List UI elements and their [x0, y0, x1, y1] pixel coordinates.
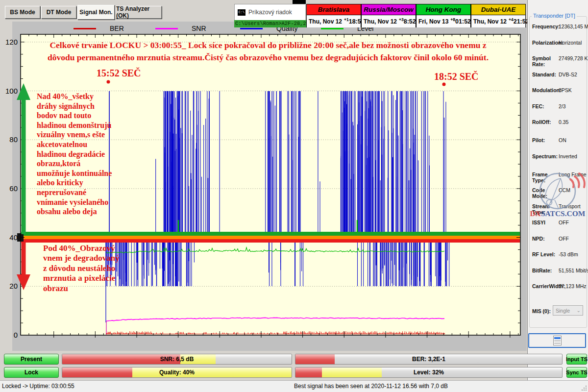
input-ts-indicator[interactable]: Input TS	[566, 354, 587, 365]
transponder-value: Transport	[559, 203, 581, 215]
transponder-row-fec: FEC:2/3	[532, 103, 586, 109]
clock-utc-offset: +8	[450, 17, 455, 22]
clock-date: Thu, Nov 12	[309, 18, 342, 25]
transponder-label: Polarization:	[532, 40, 558, 46]
clock-city: Hong Kong	[416, 4, 470, 15]
console-title-bar[interactable]: C:\ Príkazový riadok	[234, 4, 306, 20]
transponder-label: Pilot:	[532, 137, 558, 143]
meter-snr: SNR: 6,5 dB	[62, 354, 292, 365]
transponder-value: Long Frame	[559, 172, 587, 183]
transponder-row-stream-type: Stream Type:Transport	[532, 203, 586, 215]
tab-signal-mon[interactable]: Signal Mon.	[77, 5, 115, 20]
legend-swatch-ber	[74, 28, 96, 29]
transport-stream-button[interactable]	[528, 333, 586, 348]
y-tick-label-0: 0	[1, 331, 18, 339]
signal-monitor-app: BS ModeDT ModeSignal Mon.TS Analyzer (OK…	[0, 0, 588, 392]
status-bar: Locked -> Uptime: 03:00:55 Best signal h…	[0, 380, 588, 392]
clock-utc-offset: +1	[344, 17, 349, 22]
clock-date: Thu, Nov 12	[473, 18, 507, 25]
mis-label: MIS (0):	[532, 308, 551, 314]
transponder-value: -53 dBm	[559, 251, 578, 257]
present-indicator[interactable]: Present	[4, 354, 59, 365]
y-tick-label-120: 120	[1, 38, 18, 46]
meter-readout: BER: 3,2E-1	[295, 354, 562, 364]
transponder-value: Inverted	[559, 153, 577, 159]
transponder-row-pilot: Pilot:ON	[532, 137, 586, 143]
sync-ts-indicator[interactable]: Sync TS	[566, 367, 587, 378]
console-icon: C:\	[238, 9, 245, 16]
annotation-below-40: Pod 40%_Obrazový vnem je degradovaný z d…	[43, 244, 131, 294]
transponder-row-standard: Standard:DVB-S2	[532, 72, 586, 77]
clock-hong-kong: Hong KongFri, Nov 13+801:52:08	[416, 4, 471, 27]
transponder-value: OFF	[559, 220, 569, 225]
y-tick-label-80: 80	[1, 135, 18, 144]
transponder-row-spectrum: Spectrum:Inverted	[532, 153, 586, 159]
clock-time-row: Thu, Nov 12+38:52 pm	[362, 15, 416, 27]
clock-date: Fri, Nov 13	[418, 18, 448, 25]
transponder-label: Stream Type:	[532, 203, 558, 215]
y-tick-label-60: 60	[1, 184, 18, 193]
tab-ts-analyzer-ok[interactable]: TS Analyzer (OK)	[116, 6, 162, 19]
clock-time-row: Thu, Nov 12+421:52:08	[471, 15, 525, 27]
tab-dt-mode[interactable]: DT Mode	[41, 6, 76, 19]
y-tick-label-100: 100	[1, 87, 18, 95]
transponder-row-symbol-rate: Symbol Rate:27499,728 KS/s	[532, 55, 586, 67]
chevron-down-icon: ⌄	[577, 308, 581, 313]
legend-label: BER	[110, 24, 124, 32]
transponder-row-code-mode: Code Mode:CCM	[532, 187, 586, 199]
transponder-label: Standard:	[532, 72, 558, 77]
meter-ber: BER: 3,2E-1	[295, 354, 563, 365]
transponder-value: 2/3	[559, 103, 566, 109]
transponder-label: NPD:	[532, 236, 558, 242]
annotation-time-1852: 18:52 SEČ	[434, 71, 479, 82]
transponder-row-carrierwidth: CarrierWidth:37,123 MHz	[532, 283, 586, 289]
meter-readout: SNR: 6,5 dB	[62, 354, 292, 364]
legend-item-ber: BER	[74, 24, 124, 32]
transponder-value: 8PSK	[559, 87, 572, 93]
mis-dropdown[interactable]: Single ⌄	[553, 305, 583, 316]
clock-city: Russia/Moscow	[362, 4, 416, 15]
tab-bs-mode[interactable]: BS Mode	[5, 6, 40, 19]
transponder-value: DVB-S2	[559, 72, 577, 77]
transponder-row-npd: NPD:OFF	[532, 236, 586, 242]
y-tick-label-20: 20	[1, 282, 18, 290]
transponder-row-polarization: Polarization:Horizontal	[532, 40, 586, 46]
annotation-time-1552: 15:52 SEČ	[97, 68, 141, 79]
transponder-value: CCM	[559, 187, 570, 199]
transponder-label: FEC:	[532, 103, 558, 109]
clock-dubai-uae: Dubai-UAEThu, Nov 12+421:52:08	[471, 4, 526, 27]
transport-stream-icon	[553, 336, 562, 345]
legend-item-snr: SNR	[155, 24, 206, 32]
meter-readout: Quality: 40%	[62, 368, 292, 377]
lock-indicator[interactable]: Lock	[4, 367, 59, 378]
status-best-signal: Best signal has been seen at 2020-11-12 …	[294, 383, 448, 390]
clock-bratislava: BratislavaThu, Nov 12+118:52:08	[306, 4, 361, 27]
transponder-label: CarrierWidth:	[532, 283, 558, 289]
transponder-label: Modulation:	[532, 87, 558, 93]
transponder-row-frequency: Frequency:12363,145 MHz	[532, 24, 586, 29]
transponder-label: BitRate:	[532, 268, 558, 273]
transponder-value: ON	[559, 137, 566, 143]
legend-label: SNR	[192, 24, 206, 32]
meter-readout: Level: 32%	[295, 368, 562, 377]
clock-utc-offset: +3	[399, 17, 404, 22]
legend-swatch-quality	[240, 28, 263, 29]
transponder-row-rolloff: RollOff:0.35	[532, 119, 586, 125]
transponder-label: Frequency:	[532, 24, 558, 29]
resize-grip-icon[interactable]	[581, 385, 587, 391]
transponder-label: RollOff:	[532, 119, 558, 125]
transponder-row-rf-level: RF Level:-53 dBm	[532, 251, 586, 257]
transponder-row-frame-type: Frame Type:Long Frame	[532, 172, 586, 183]
clock-city: Dubai-UAE	[471, 4, 525, 15]
transponder-label: Frame Type:	[532, 172, 558, 183]
transponder-value: Horizontal	[559, 40, 582, 46]
transponder-label: Symbol Rate:	[532, 55, 558, 67]
transponder-row-issyi: ISSYIOFF	[532, 220, 586, 225]
legend-swatch-level	[321, 28, 343, 29]
transponder-value: 0.35	[559, 119, 568, 125]
clock-utc-offset: +4	[509, 17, 514, 22]
transponder-value: 51,551 Mbit/s	[559, 268, 588, 273]
transponder-value: OFF	[559, 236, 569, 242]
transponder-value: 27499,728 KS/s	[559, 55, 588, 67]
meter-quality: Quality: 40%	[62, 367, 292, 378]
